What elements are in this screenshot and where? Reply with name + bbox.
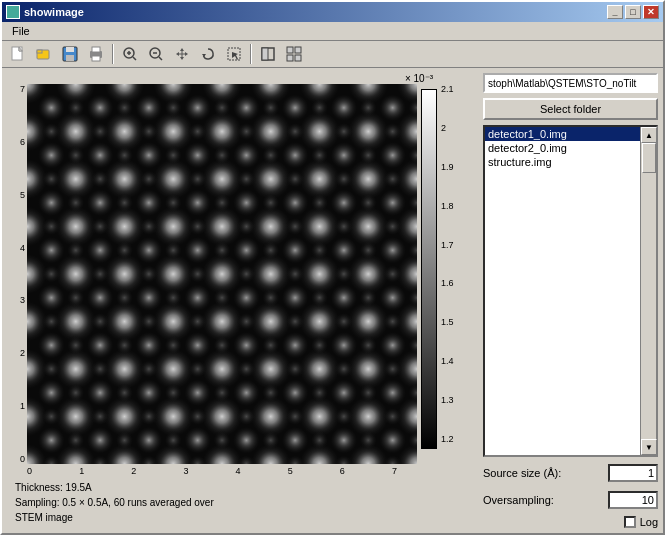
scrollbar-track[interactable] bbox=[641, 143, 656, 439]
log-checkbox[interactable] bbox=[624, 516, 636, 528]
x-label-7: 7 bbox=[392, 466, 397, 476]
cb-label-13: 1.3 bbox=[441, 395, 454, 405]
plot-inner: 2.1 2 1.9 1.8 1.7 1.6 1.5 1.4 1.3 1.2 bbox=[27, 84, 473, 464]
source-size-input[interactable] bbox=[608, 464, 658, 482]
cb-label-18: 1.8 bbox=[441, 201, 454, 211]
toolbar bbox=[2, 41, 663, 68]
log-label: Log bbox=[640, 516, 658, 528]
cb-label-15: 1.5 bbox=[441, 317, 454, 327]
svg-rect-22 bbox=[287, 47, 293, 53]
colorbar-labels: 2.1 2 1.9 1.8 1.7 1.6 1.5 1.4 1.3 1.2 bbox=[437, 84, 454, 444]
x-label-4: 4 bbox=[236, 466, 241, 476]
source-size-row: Source size (Å): bbox=[483, 462, 658, 484]
y-label-6: 6 bbox=[20, 137, 25, 147]
svg-line-15 bbox=[159, 57, 162, 60]
status-line-3: STEM image bbox=[15, 510, 465, 525]
toolbar-select-button[interactable] bbox=[222, 43, 246, 65]
toolbar-view1-button[interactable] bbox=[256, 43, 280, 65]
cb-label-14: 1.4 bbox=[441, 356, 454, 366]
svg-rect-6 bbox=[66, 55, 74, 61]
y-axis: 7 6 5 4 3 2 1 0 bbox=[7, 84, 27, 464]
toolbar-sep-2 bbox=[250, 44, 252, 64]
x-label-3: 3 bbox=[183, 466, 188, 476]
menubar: File bbox=[2, 22, 663, 41]
image-area: × 10⁻³ 7 6 5 4 3 2 1 0 bbox=[2, 68, 478, 533]
scrollbar-up-button[interactable]: ▲ bbox=[641, 127, 657, 143]
scale-label: × 10⁻³ bbox=[7, 73, 473, 84]
toolbar-open-button[interactable] bbox=[32, 43, 56, 65]
cb-label-17: 1.7 bbox=[441, 240, 454, 250]
oversampling-label: Oversampling: bbox=[483, 494, 554, 506]
titlebar-buttons: _ □ ✕ bbox=[607, 5, 659, 19]
status-bar: Thickness: 19.5A Sampling: 0.5 × 0.5A, 6… bbox=[7, 476, 473, 529]
y-label-0: 0 bbox=[20, 454, 25, 464]
colorbar bbox=[421, 89, 437, 449]
toolbar-save-button[interactable] bbox=[58, 43, 82, 65]
oversampling-input[interactable] bbox=[608, 491, 658, 509]
svg-rect-23 bbox=[295, 47, 301, 53]
source-size-label: Source size (Å): bbox=[483, 467, 561, 479]
plot-row: 7 6 5 4 3 2 1 0 bbox=[7, 84, 473, 464]
cb-label-21: 2.1 bbox=[441, 84, 454, 94]
toolbar-new-button[interactable] bbox=[6, 43, 30, 65]
toolbar-view2-button[interactable] bbox=[282, 43, 306, 65]
main-content: × 10⁻³ 7 6 5 4 3 2 1 0 bbox=[2, 68, 663, 533]
svg-rect-9 bbox=[92, 56, 100, 61]
toolbar-zoomin-button[interactable] bbox=[118, 43, 142, 65]
svg-marker-17 bbox=[202, 54, 206, 57]
svg-rect-3 bbox=[37, 50, 42, 53]
cb-label-20: 2 bbox=[441, 123, 454, 133]
toolbar-reset-button[interactable] bbox=[196, 43, 220, 65]
oversampling-row: Oversampling: bbox=[483, 489, 658, 511]
colorbar-wrapper: 2.1 2 1.9 1.8 1.7 1.6 1.5 1.4 1.3 1.2 bbox=[421, 84, 454, 464]
file-item-1[interactable]: detector2_0.img bbox=[485, 141, 640, 155]
x-label-0: 0 bbox=[27, 466, 32, 476]
log-row: Log bbox=[483, 516, 658, 528]
y-label-5: 5 bbox=[20, 190, 25, 200]
y-label-7: 7 bbox=[20, 84, 25, 94]
toolbar-pan-button[interactable] bbox=[170, 43, 194, 65]
svg-rect-21 bbox=[262, 48, 268, 60]
scrollbar-vertical[interactable]: ▲ ▼ bbox=[640, 127, 656, 455]
maximize-button[interactable]: □ bbox=[625, 5, 641, 19]
path-input[interactable] bbox=[483, 73, 658, 93]
x-axis: 0 1 2 3 4 5 6 7 bbox=[7, 464, 397, 476]
close-button[interactable]: ✕ bbox=[643, 5, 659, 19]
y-label-2: 2 bbox=[20, 348, 25, 358]
cb-label-19: 1.9 bbox=[441, 162, 454, 172]
menu-file[interactable]: File bbox=[6, 24, 36, 38]
cb-label-12: 1.2 bbox=[441, 434, 454, 444]
select-folder-button[interactable]: Select folder bbox=[483, 98, 658, 120]
stem-image-canvas bbox=[27, 84, 417, 464]
y-label-4: 4 bbox=[20, 243, 25, 253]
file-listbox[interactable]: detector1_0.img detector2_0.img structur… bbox=[485, 127, 640, 455]
x-label-1: 1 bbox=[79, 466, 84, 476]
file-listbox-container: detector1_0.img detector2_0.img structur… bbox=[483, 125, 658, 457]
app-icon bbox=[6, 5, 20, 19]
svg-marker-19 bbox=[232, 52, 238, 60]
svg-rect-24 bbox=[287, 55, 293, 61]
svg-rect-8 bbox=[92, 47, 100, 52]
x-label-5: 5 bbox=[288, 466, 293, 476]
file-item-0[interactable]: detector1_0.img bbox=[485, 127, 640, 141]
titlebar-left: showimage bbox=[6, 5, 84, 19]
toolbar-zoomout-button[interactable] bbox=[144, 43, 168, 65]
main-window: showimage _ □ ✕ File bbox=[0, 0, 665, 535]
y-label-1: 1 bbox=[20, 401, 25, 411]
svg-line-11 bbox=[133, 57, 136, 60]
toolbar-sep-1 bbox=[112, 44, 114, 64]
window-title: showimage bbox=[24, 6, 84, 18]
scrollbar-thumb[interactable] bbox=[642, 143, 656, 173]
titlebar: showimage _ □ ✕ bbox=[2, 2, 663, 22]
plot-wrapper: × 10⁻³ 7 6 5 4 3 2 1 0 bbox=[7, 73, 473, 476]
plot-container: × 10⁻³ 7 6 5 4 3 2 1 0 bbox=[7, 73, 473, 476]
file-item-2[interactable]: structure.img bbox=[485, 155, 640, 169]
scrollbar-down-button[interactable]: ▼ bbox=[641, 439, 657, 455]
svg-rect-5 bbox=[66, 47, 74, 52]
x-label-6: 6 bbox=[340, 466, 345, 476]
cb-label-16: 1.6 bbox=[441, 278, 454, 288]
toolbar-print-button[interactable] bbox=[84, 43, 108, 65]
minimize-button[interactable]: _ bbox=[607, 5, 623, 19]
status-line-2: Sampling: 0.5 × 0.5A, 60 runs averaged o… bbox=[15, 495, 465, 510]
y-label-3: 3 bbox=[20, 295, 25, 305]
